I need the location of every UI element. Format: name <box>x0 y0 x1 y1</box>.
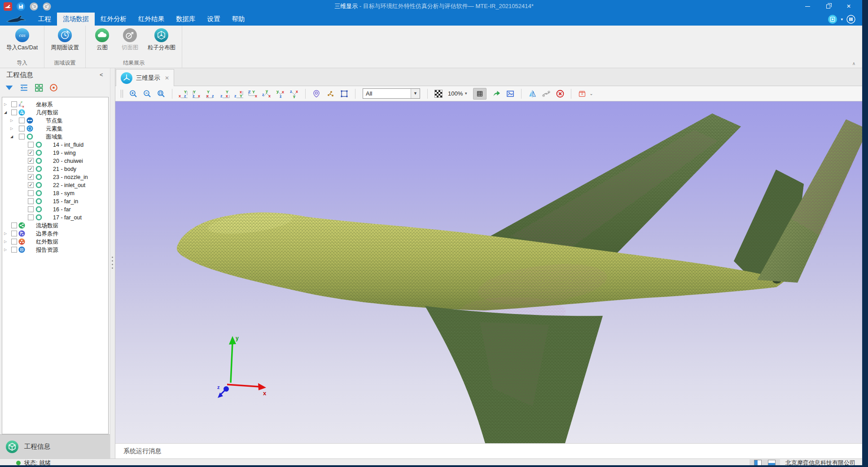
menu-tab-4[interactable]: 红外结果 <box>132 13 170 26</box>
tree-item-7[interactable]: ✓19 - wing <box>2 149 108 157</box>
ribbon-button-periodic-face[interactable]: 周期面设置 <box>51 28 79 52</box>
list-settings-icon[interactable] <box>19 83 29 92</box>
ribbon-button-section-plane[interactable]: 切面图 <box>120 28 140 52</box>
locate-icon[interactable] <box>49 83 58 92</box>
zoom-out-icon[interactable] <box>142 88 153 99</box>
view-axis-1-icon[interactable]: xzY <box>178 88 189 99</box>
app-icon[interactable] <box>4 2 12 11</box>
snapshot-icon[interactable] <box>505 88 516 99</box>
tree-expand-down-icon[interactable]: ◢ <box>10 133 13 141</box>
close-icon[interactable]: ✕ <box>838 0 859 13</box>
transparency-checker-icon[interactable] <box>433 88 444 99</box>
combo-dropdown-arrow-icon[interactable]: ▼ <box>411 89 420 98</box>
tree-expand-down-icon[interactable]: ◢ <box>4 109 7 117</box>
tree-checkbox[interactable] <box>19 134 25 140</box>
menu-tab-2[interactable]: 流场数据 <box>57 13 95 26</box>
tree-item-4[interactable]: ▷元素集 <box>2 125 108 133</box>
menu-tab-5[interactable]: 数据库 <box>170 13 202 26</box>
view-axis-4-icon[interactable]: zxY <box>219 88 230 99</box>
tree-item-10[interactable]: ✓23 - nozzle_in <box>2 173 108 181</box>
view-axis-7-icon[interactable]: zyx <box>261 88 272 99</box>
tree-item-5[interactable]: ◢面域集 <box>2 133 108 141</box>
export-arrow-icon[interactable] <box>491 88 502 99</box>
archive-dropdown-caret[interactable]: ⌄ <box>589 91 593 96</box>
menu-tab-7[interactable]: 帮助 <box>226 13 251 26</box>
grid-view-icon[interactable] <box>34 83 44 92</box>
tree-checkbox[interactable]: ✓ <box>28 150 34 156</box>
toolbar-drag-handle[interactable] <box>121 90 123 98</box>
view-axis-5-icon[interactable]: zYx <box>233 88 244 99</box>
menu-tab-6[interactable]: 设置 <box>202 13 226 26</box>
spline-icon[interactable] <box>541 88 552 99</box>
ribbon-button-cas[interactable]: cas导入Cas/Dat <box>6 28 38 52</box>
tree-checkbox[interactable] <box>11 223 17 228</box>
ribbon-collapse-icon[interactable]: ∧ <box>852 61 855 66</box>
tree-item-18[interactable]: ▷红外数据 <box>2 238 108 246</box>
delete-icon[interactable] <box>555 88 566 99</box>
viewport-3d-canvas[interactable]: x y z <box>115 101 868 443</box>
zoom-fit-icon[interactable] <box>156 88 167 99</box>
tree-item-2[interactable]: ◢几何数据 <box>2 109 108 117</box>
view-axis-8-icon[interactable]: yxz <box>275 88 286 99</box>
panel-splitter[interactable] <box>110 68 115 458</box>
grid-toggle-button[interactable] <box>473 88 487 100</box>
tree-checkbox[interactable] <box>11 231 17 236</box>
tree-checkbox[interactable] <box>28 206 34 212</box>
tree-checkbox[interactable]: ✓ <box>28 182 34 188</box>
tree-checkbox[interactable] <box>11 109 17 115</box>
tree-checkbox[interactable] <box>11 101 17 107</box>
tree-expand-right-icon[interactable]: ▷ <box>4 238 7 246</box>
menu-tab-1[interactable]: 工程 <box>32 13 57 26</box>
tree-checkbox[interactable] <box>19 118 25 123</box>
tree-item-9[interactable]: ✓21 - body <box>2 165 108 173</box>
archive-box-icon[interactable] <box>577 88 587 99</box>
run-dropdown-caret-icon[interactable]: ▾ <box>841 17 843 22</box>
panel-collapse-icon[interactable]: < <box>100 71 103 78</box>
display-filter-select[interactable]: All▼ <box>363 88 420 99</box>
tree-item-11[interactable]: ✓22 - inlet_out <box>2 181 108 189</box>
tree-checkbox[interactable] <box>28 198 34 204</box>
probe-pin-icon[interactable] <box>311 88 322 99</box>
tree-expand-right-icon[interactable]: ▷ <box>4 246 7 254</box>
tree-expand-right-icon[interactable]: ▷ <box>4 230 7 238</box>
filter-icon[interactable] <box>4 83 14 92</box>
tree-expand-right-icon[interactable]: ▷ <box>10 117 13 125</box>
tree-item-15[interactable]: 17 - far_out <box>2 214 108 222</box>
tree-item-6[interactable]: 14 - int_fluid <box>2 141 108 149</box>
save-icon[interactable] <box>17 2 25 11</box>
view-axis-6-icon[interactable]: ZYx <box>247 88 258 99</box>
tree-item-12[interactable]: 18 - sym <box>2 189 108 197</box>
ribbon-button-contour-cloud[interactable]: 云图 <box>92 28 113 52</box>
tree-checkbox[interactable] <box>11 239 17 244</box>
mirror-icon[interactable] <box>527 88 538 99</box>
zoom-in-icon[interactable] <box>128 88 139 99</box>
tree-item-17[interactable]: ▷边界条件 <box>2 230 108 238</box>
tree-expand-right-icon[interactable]: ▷ <box>4 100 7 109</box>
tree-checkbox[interactable] <box>28 214 34 220</box>
undo-icon[interactable] <box>30 2 38 11</box>
tree-item-14[interactable]: 16 - far <box>2 205 108 214</box>
tree-item-8[interactable]: ✓20 - chuiwei <box>2 157 108 165</box>
tree-item-3[interactable]: ▷节点集 <box>2 117 108 125</box>
maximize-icon[interactable] <box>818 0 838 13</box>
redo-icon[interactable] <box>43 2 51 11</box>
view-axis-2-icon[interactable]: zxY <box>192 88 202 99</box>
tree-checkbox[interactable] <box>28 190 34 196</box>
tree-item-1[interactable]: ▷YZX坐标系 <box>2 100 108 109</box>
tree-checkbox[interactable] <box>28 142 34 148</box>
zoom-level-dropdown[interactable]: 100%▼ <box>448 90 468 97</box>
tree-checkbox[interactable]: ✓ <box>28 174 34 180</box>
tree-checkbox[interactable]: ✓ <box>28 158 34 164</box>
tree-item-19[interactable]: ▷报告资源 <box>2 246 108 254</box>
help-book-icon[interactable] <box>846 15 855 24</box>
tree-expand-right-icon[interactable]: ▷ <box>10 125 13 133</box>
tree-checkbox[interactable]: ✓ <box>28 166 34 172</box>
minimize-icon[interactable] <box>797 0 818 13</box>
tree-item-16[interactable]: 流场数据 <box>2 222 108 230</box>
run-icon[interactable] <box>828 15 837 24</box>
box-select-icon[interactable] <box>339 88 350 99</box>
tree-checkbox[interactable] <box>19 126 25 131</box>
menu-tab-3[interactable]: 红外分析 <box>95 13 132 26</box>
tree-item-13[interactable]: 15 - far_in <box>2 197 108 205</box>
ribbon-button-particle-distribution[interactable]: 粒子分布图 <box>148 28 176 52</box>
